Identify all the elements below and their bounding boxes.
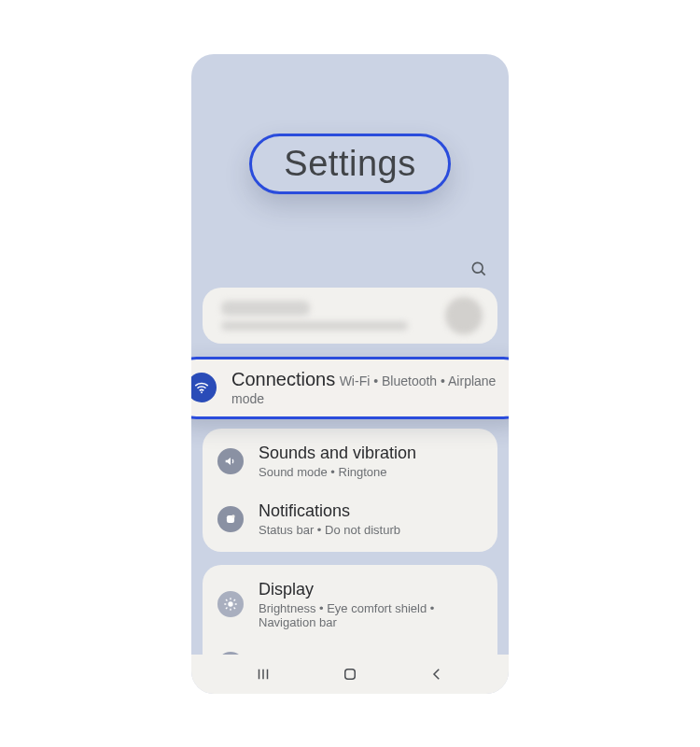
navigation-bar [191, 655, 509, 694]
item-title: Connections [231, 369, 335, 389]
sound-icon [217, 448, 244, 474]
card-sound-notifications: Sounds and vibration Sound mode • Ringto… [203, 429, 497, 552]
back-button[interactable] [418, 660, 455, 688]
item-subtitle: Brightness • Eye comfort shield • Naviga… [259, 601, 483, 629]
item-title: Display [259, 580, 483, 599]
title-highlight-pill: Settings [249, 134, 450, 194]
svg-rect-18 [345, 669, 356, 679]
svg-point-0 [472, 262, 483, 273]
redacted-avatar [445, 297, 483, 334]
svg-point-5 [228, 601, 232, 606]
item-labels: Display Brightness • Eye comfort shield … [259, 580, 483, 629]
wifi-icon [191, 373, 217, 402]
brightness-icon [217, 591, 244, 617]
item-labels: Notifications Status bar • Do not distur… [259, 501, 400, 537]
recents-button[interactable] [245, 660, 282, 688]
svg-point-2 [201, 391, 203, 393]
account-card-redacted[interactable] [203, 288, 497, 344]
redacted-text [221, 301, 408, 331]
notification-icon [217, 506, 244, 532]
svg-point-4 [231, 514, 235, 518]
redacted-line [221, 301, 310, 316]
phone-frame: Settings [191, 54, 509, 694]
item-notifications[interactable]: Notifications Status bar • Do not distur… [203, 490, 497, 548]
settings-list: Connections Wi-Fi • Bluetooth • Airplane… [191, 288, 509, 693]
redacted-line [221, 321, 408, 331]
svg-line-10 [226, 599, 227, 600]
page-title: Settings [284, 144, 415, 183]
header: Settings [191, 54, 509, 288]
svg-line-1 [482, 271, 485, 275]
item-sounds[interactable]: Sounds and vibration Sound mode • Ringto… [203, 432, 497, 490]
svg-line-12 [226, 608, 227, 609]
item-display[interactable]: Display Brightness • Eye comfort shield … [203, 569, 497, 641]
search-icon[interactable] [469, 260, 488, 278]
item-labels: Connections Wi-Fi • Bluetooth • Airplane… [231, 369, 509, 407]
item-title: Sounds and vibration [259, 444, 416, 463]
item-labels: Sounds and vibration Sound mode • Ringto… [259, 444, 416, 479]
item-subtitle: Status bar • Do not disturb [259, 523, 400, 537]
svg-line-11 [234, 608, 235, 609]
home-button[interactable] [331, 660, 369, 688]
item-title: Notifications [259, 501, 400, 521]
item-connections-highlight[interactable]: Connections Wi-Fi • Bluetooth • Airplane… [191, 357, 509, 419]
svg-line-13 [234, 599, 235, 600]
item-subtitle: Sound mode • Ringtone [259, 465, 416, 479]
